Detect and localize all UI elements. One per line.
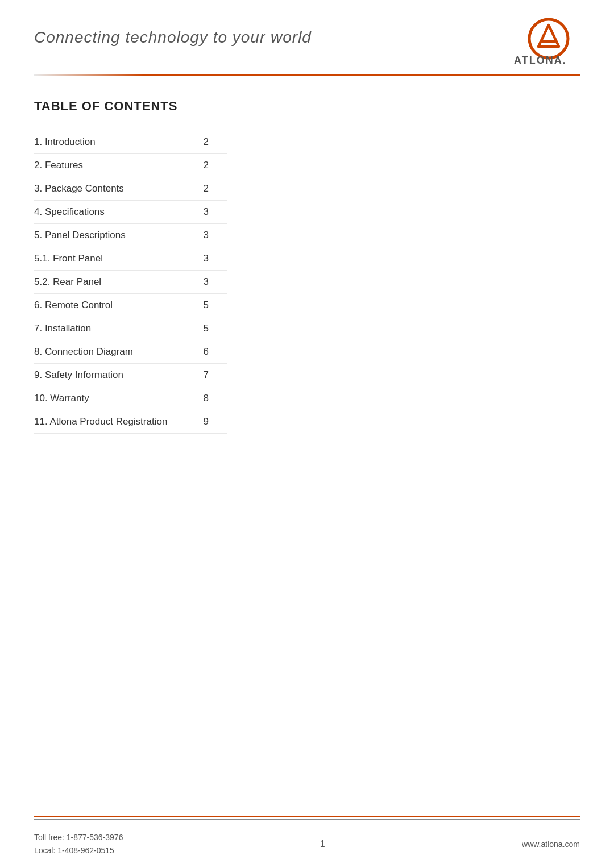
toll-free-label: Toll free: (34, 833, 64, 842)
toc-item-page: 7 (204, 364, 228, 387)
toc-item-label: 5. Panel Descriptions (34, 224, 204, 247)
toc-item-label: 10. Warranty (34, 387, 204, 410)
toc-row: 2. Features2 (34, 154, 227, 177)
local-label: Local: (34, 846, 55, 855)
toc-row: 5.1. Front Panel3 (34, 247, 227, 271)
toc-item-label: 9. Safety Information (34, 364, 204, 387)
toc-item-page: 8 (204, 387, 228, 410)
toc-row: 4. Specifications3 (34, 201, 227, 224)
toc-row: 3. Package Contents2 (34, 177, 227, 201)
toc-item-label: 11. Atlona Product Registration (34, 410, 204, 434)
main-content: TABLE OF CONTENTS 1. Introduction22. Fea… (0, 99, 614, 816)
toc-item-page: 3 (204, 224, 228, 247)
toc-item-page: 2 (204, 131, 228, 154)
footer-divider-bottom (34, 819, 580, 820)
toc-item-page: 5 (204, 294, 228, 317)
toc-item-label: 7. Installation (34, 317, 204, 340)
toc-item-page: 3 (204, 271, 228, 294)
header-tagline: Connecting technology to your world (34, 17, 312, 47)
footer-divider-top (34, 816, 580, 817)
logo-container: ATLONA. (506, 17, 580, 68)
toc-item-page: 9 (204, 410, 228, 434)
toc-row: 1. Introduction2 (34, 131, 227, 154)
local-number: 1-408-962-0515 (57, 846, 114, 855)
toc-table: 1. Introduction22. Features23. Package C… (34, 131, 227, 434)
footer-page-number: 1 (320, 839, 325, 849)
atlona-logo-icon: ATLONA. (506, 17, 580, 68)
header: Connecting technology to your world ATLO… (0, 0, 614, 74)
toc-row: 7. Installation5 (34, 317, 227, 340)
toc-item-page: 5 (204, 317, 228, 340)
toc-item-page: 2 (204, 177, 228, 201)
toc-item-label: 4. Specifications (34, 201, 204, 224)
page: Connecting technology to your world ATLO… (0, 0, 614, 868)
toc-item-label: 5.1. Front Panel (34, 247, 204, 271)
toc-row: 11. Atlona Product Registration9 (34, 410, 227, 434)
toc-item-label: 3. Package Contents (34, 177, 204, 201)
toc-title: TABLE OF CONTENTS (34, 99, 580, 114)
toc-item-label: 1. Introduction (34, 131, 204, 154)
footer-website: www.atlona.com (522, 840, 580, 849)
toc-item-page: 6 (204, 340, 228, 364)
toc-row: 6. Remote Control5 (34, 294, 227, 317)
toc-item-label: 8. Connection Diagram (34, 340, 204, 364)
header-divider (34, 74, 580, 76)
footer-contact: Toll free: 1-877-536-3976 Local: 1-408-9… (34, 831, 123, 857)
toc-item-page: 3 (204, 201, 228, 224)
toc-row: 5.2. Rear Panel3 (34, 271, 227, 294)
toc-row: 5. Panel Descriptions3 (34, 224, 227, 247)
toc-item-label: 5.2. Rear Panel (34, 271, 204, 294)
toc-item-label: 6. Remote Control (34, 294, 204, 317)
toc-item-page: 3 (204, 247, 228, 271)
toc-item-label: 2. Features (34, 154, 204, 177)
toll-free-number: 1-877-536-3976 (67, 833, 123, 842)
footer-content: Toll free: 1-877-536-3976 Local: 1-408-9… (34, 825, 580, 868)
footer: Toll free: 1-877-536-3976 Local: 1-408-9… (0, 816, 614, 868)
toc-row: 10. Warranty8 (34, 387, 227, 410)
toc-item-page: 2 (204, 154, 228, 177)
toc-row: 8. Connection Diagram6 (34, 340, 227, 364)
svg-text:ATLONA.: ATLONA. (514, 55, 567, 66)
toc-row: 9. Safety Information7 (34, 364, 227, 387)
